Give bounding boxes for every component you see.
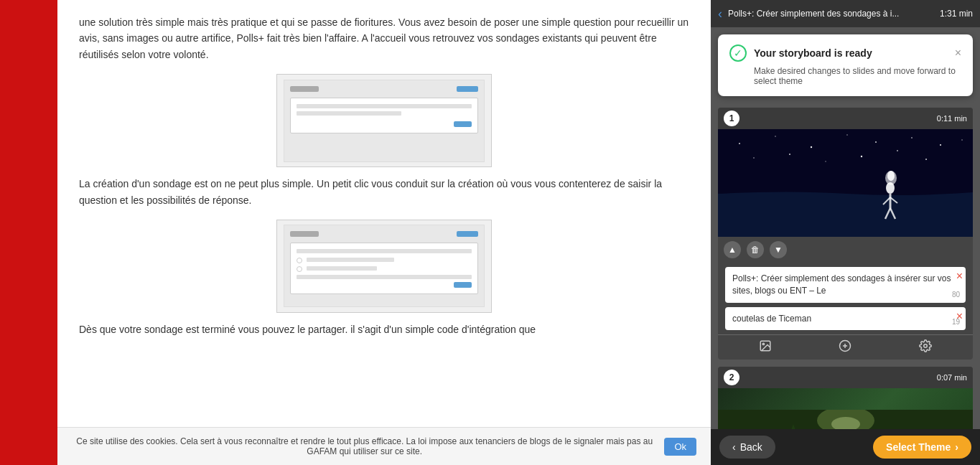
svg-point-1 bbox=[739, 143, 740, 144]
slide-1-thumbnail bbox=[718, 129, 973, 237]
article-text-2: La création d'un sondage est on ne peut … bbox=[79, 176, 689, 208]
slide-2-text-area[interactable]: coutelas de Ticeman × 19 bbox=[725, 307, 966, 331]
article-text-1: une solution très simple mais très prati… bbox=[79, 14, 689, 62]
back-arrow-icon: ‹ bbox=[732, 441, 736, 453]
cookie-text: Ce site utilise des cookies. Cela sert à… bbox=[72, 436, 657, 456]
slide-2-text: coutelas de Ticeman bbox=[732, 314, 811, 324]
article-text-3: Dès que votre sondage est terminé vous p… bbox=[79, 321, 689, 337]
toast-check-icon: ✓ bbox=[729, 44, 747, 62]
svg-point-12 bbox=[897, 150, 898, 151]
select-theme-label: Select Theme bbox=[886, 441, 951, 453]
article-image-2 bbox=[276, 220, 492, 313]
left-sidebar bbox=[0, 0, 57, 465]
back-button-label: Back bbox=[740, 441, 762, 453]
right-panel: ‹ Polls+: Créer simplement des sondages … bbox=[711, 0, 980, 465]
toast-notification: ✓ Your storyboard is ready × Make desire… bbox=[718, 34, 973, 96]
slide-1: 1 0:11 min bbox=[718, 108, 973, 360]
slide-1-up-button[interactable]: ▲ bbox=[724, 241, 741, 258]
article-image-1-container bbox=[79, 74, 689, 167]
svg-point-5 bbox=[875, 141, 877, 143]
slide-2-header: 2 0:07 min bbox=[718, 367, 973, 388]
panel-back-button[interactable]: ‹ bbox=[718, 6, 722, 22]
slide-1-header: 1 0:11 min bbox=[718, 108, 973, 129]
svg-point-11 bbox=[861, 156, 862, 157]
slide-1-char-count: 80 bbox=[952, 290, 960, 300]
slide-1-text-area[interactable]: Polls+: Créer simplement des sondages à … bbox=[725, 267, 966, 303]
svg-point-4 bbox=[846, 134, 847, 135]
slide-1-settings-button[interactable] bbox=[919, 339, 932, 355]
svg-point-10 bbox=[825, 161, 826, 161]
svg-point-9 bbox=[789, 154, 790, 155]
svg-point-2 bbox=[775, 136, 776, 137]
slide-2: 2 0:07 min bbox=[718, 367, 973, 429]
panel-top-bar: ‹ Polls+: Créer simplement des sondages … bbox=[711, 0, 980, 27]
svg-point-3 bbox=[811, 146, 812, 148]
back-button[interactable]: ‹ Back bbox=[719, 436, 775, 459]
svg-point-24 bbox=[762, 344, 764, 345]
panel-title: Polls+: Créer simplement des sondages à … bbox=[728, 9, 934, 19]
slide-2-thumbnail bbox=[718, 388, 973, 429]
svg-point-22 bbox=[887, 171, 895, 181]
slide-1-down-button[interactable]: ▼ bbox=[770, 241, 787, 258]
svg-point-13 bbox=[925, 159, 927, 160]
slide-2-char-count: 19 bbox=[952, 317, 960, 327]
panel-time: 1:31 min bbox=[940, 9, 973, 19]
svg-point-6 bbox=[911, 137, 913, 138]
svg-point-7 bbox=[940, 144, 941, 146]
toast-body: Make desired changes to slides and move … bbox=[729, 66, 961, 86]
slide-1-image-button[interactable] bbox=[759, 339, 772, 355]
article-image-2-container bbox=[79, 220, 689, 313]
svg-point-14 bbox=[961, 139, 963, 141]
slide-1-number: 1 bbox=[724, 111, 739, 126]
select-theme-arrow-icon: › bbox=[955, 441, 958, 453]
cookie-bar: Ce site utilise des cookies. Cela sert à… bbox=[57, 427, 711, 465]
select-theme-button[interactable]: Select Theme › bbox=[873, 436, 971, 459]
cookie-ok-button[interactable]: Ok bbox=[664, 438, 696, 456]
svg-point-28 bbox=[924, 344, 928, 348]
main-content: une solution très simple mais très prati… bbox=[57, 0, 711, 465]
slide-2-number: 2 bbox=[724, 370, 739, 385]
slide-1-controls: ▲ 🗑 ▼ bbox=[718, 237, 973, 263]
slide-1-text-delete-button[interactable]: × bbox=[956, 270, 963, 283]
article-image-1 bbox=[276, 74, 492, 167]
slide-1-text: Polls+: Créer simplement des sondages à … bbox=[732, 273, 951, 296]
slides-area: 1 0:11 min bbox=[711, 103, 980, 429]
bottom-navigation: ‹ Back Select Theme › bbox=[711, 429, 980, 465]
toast-title: Your storyboard is ready bbox=[754, 47, 948, 59]
article-area: une solution très simple mais très prati… bbox=[57, 0, 711, 427]
slide-1-action-bar bbox=[718, 334, 973, 360]
slide-1-duration: 0:11 min bbox=[937, 114, 967, 123]
slide-2-duration: 0:07 min bbox=[937, 373, 967, 382]
toast-close-button[interactable]: × bbox=[955, 47, 961, 60]
svg-point-8 bbox=[753, 157, 755, 159]
slide-1-add-button[interactable] bbox=[839, 339, 851, 355]
slide-1-delete-button[interactable]: 🗑 bbox=[747, 241, 764, 258]
